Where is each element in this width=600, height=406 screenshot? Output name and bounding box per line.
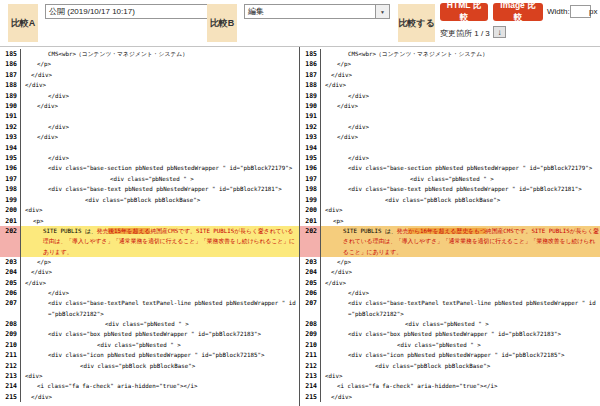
code-segment: <div class="base-section pbNested pbNest… (48, 165, 292, 171)
code-row: 204</div> (0, 267, 299, 277)
code-text: <div class="icon pbNested pbNestedWrappe… (21, 350, 299, 360)
code-text: <div class="pbBlock pbBlockBase"> (321, 195, 600, 205)
line-number: 210 (300, 340, 321, 350)
diff-pane-b: 185CMS<wbr>（コンテンツ・マネジメント・システム）186</p>187… (300, 47, 600, 406)
line-number: 198 (300, 184, 321, 194)
code-text: </p> (321, 257, 600, 267)
compare-a-select[interactable]: 公開 (2019/10/17 10:17) ▼ (45, 4, 231, 19)
code-row: 187</div> (300, 70, 600, 80)
code-segment: <div class="base-textPanel textPanel-lin… (48, 300, 296, 316)
code-row: 214<i class="fa fa-check" aria-hidden="t… (0, 381, 299, 391)
line-number: 206 (300, 288, 321, 298)
code-row: 211<div class="icon pbNested pbNestedWra… (0, 350, 299, 360)
code-segment: <div class="icon pbNested pbNestedWrappe… (48, 352, 264, 358)
code-text: </div> (21, 392, 299, 402)
code-row: 198<div class="base-text pbNested pbNest… (0, 184, 299, 194)
code-segment: <div class="base-section pbNested pbNest… (348, 165, 592, 171)
line-number: 204 (300, 267, 321, 277)
code-segment: <div class="box pbNested pbNestedWrapper… (348, 331, 561, 337)
code-text: </div> (321, 122, 600, 132)
code-row: 207<div class="base-textPanel textPanel-… (300, 298, 600, 319)
code-row: 192</div> (300, 122, 600, 132)
line-number: 196 (0, 163, 21, 173)
code-segment: <div class="pbNested " > (410, 176, 494, 182)
line-number: 197 (0, 174, 21, 184)
code-row: 214<i class="fa fa-check" aria-hidden="t… (300, 381, 600, 391)
line-number: 211 (0, 350, 21, 360)
code-segment: </div> (31, 72, 52, 78)
code-text: </div> (21, 91, 299, 101)
code-segment: </div> (348, 155, 369, 161)
line-number: 205 (300, 278, 321, 288)
code-segment: <div class="pbNested " > (97, 342, 181, 348)
code-text: </div> (321, 392, 600, 402)
code-segment: </div> (25, 82, 46, 88)
next-change-button[interactable]: ↓ (493, 26, 506, 38)
code-segment: </div> (337, 103, 358, 109)
line-number: 191 (0, 111, 21, 121)
line-number: 199 (300, 195, 321, 205)
line-number: 199 (0, 195, 21, 205)
code-segment: </p> (337, 61, 351, 67)
code-text: </div> (21, 288, 299, 298)
code-segment: </p> (337, 259, 351, 265)
code-row: 193</div> (0, 132, 299, 142)
line-number: 191 (300, 111, 321, 121)
compare-b-select[interactable]: 編集 ▼ (244, 4, 390, 19)
line-number: 209 (300, 329, 321, 339)
code-text: <i class="fa fa-check" aria-hidden="true… (21, 381, 299, 391)
compare-execute-button[interactable]: 比較する (398, 4, 435, 42)
code-segment: </div> (348, 290, 369, 296)
compare-b-label: 比較B (207, 4, 237, 42)
code-row: 211<div class="icon pbNested pbNestedWra… (300, 350, 600, 360)
code-text: <div class="pbNested " > (321, 174, 600, 184)
code-text: <i class="fa fa-check" aria-hidden="true… (321, 381, 600, 391)
width-unit-label: px (589, 7, 597, 16)
html-compare-button[interactable]: HTML 比較 (440, 3, 488, 21)
line-number: 215 (0, 392, 21, 402)
code-text: <div class="pbBlock pbBlockBase"> (21, 195, 299, 205)
code-text: </div> (321, 288, 600, 298)
code-row: 215</div> (300, 392, 600, 402)
code-text: </div> (21, 267, 299, 277)
code-row: 209<div class="box pbNested pbNestedWrap… (300, 329, 600, 339)
code-text: </p> (321, 59, 600, 69)
width-input[interactable] (570, 5, 591, 18)
code-text: </div> (21, 80, 299, 90)
code-segment: </div> (331, 394, 352, 400)
code-row: 191 (300, 111, 600, 121)
code-row: 195</div> (300, 153, 600, 163)
code-text (21, 143, 299, 153)
line-number: 201 (0, 216, 21, 226)
image-compare-button[interactable]: Image 比較 (493, 3, 543, 21)
line-number: 196 (300, 163, 321, 173)
code-row: 204</div> (300, 267, 600, 277)
code-segment: <div> (25, 373, 42, 379)
code-text: <div class="base-textPanel textPanel-lin… (321, 298, 600, 319)
code-segment: SITE PUBLIS は、 (43, 228, 97, 234)
code-text: </div> (321, 132, 600, 142)
code-text: </div> (21, 153, 299, 163)
code-segment: </div> (325, 82, 346, 88)
line-number: 215 (300, 392, 321, 402)
line-number: 187 (300, 70, 321, 80)
line-number: 206 (0, 288, 21, 298)
line-number: 214 (300, 381, 321, 391)
line-number: 189 (300, 91, 321, 101)
code-row: 186</p> (0, 59, 299, 69)
line-number: 194 (0, 143, 21, 153)
code-text: <div> (321, 371, 600, 381)
code-row: 203</p> (300, 257, 600, 267)
line-number: 200 (0, 205, 21, 215)
code-row: 200<div> (300, 205, 600, 215)
code-segment: </p> (37, 259, 51, 265)
code-text: </p> (21, 59, 299, 69)
code-row: 189</div> (0, 91, 299, 101)
code-text: </div> (321, 267, 600, 277)
line-number: 186 (0, 59, 21, 69)
code-text: <p> (321, 216, 600, 226)
line-number: 195 (300, 153, 321, 163)
code-text: <div class="pbNested " > (321, 319, 600, 329)
line-number: 214 (0, 381, 21, 391)
line-number: 190 (300, 101, 321, 111)
